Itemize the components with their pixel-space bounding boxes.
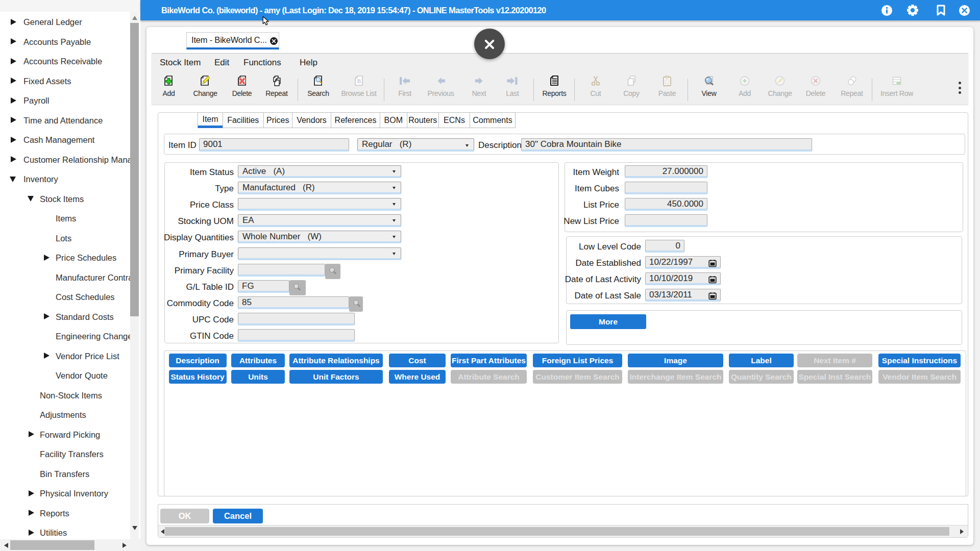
svg-text:B: B — [357, 78, 361, 84]
